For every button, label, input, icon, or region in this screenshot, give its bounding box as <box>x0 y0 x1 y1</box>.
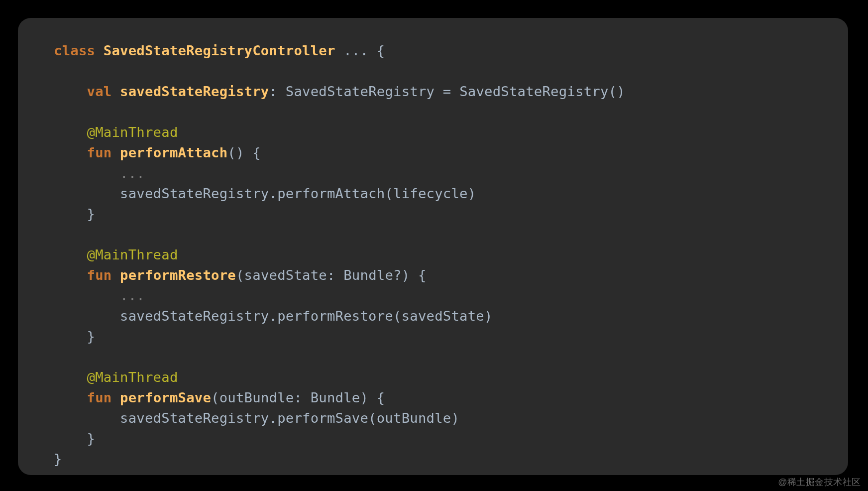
keyword-class: class <box>54 43 95 58</box>
property-name: savedStateRegistry <box>120 84 269 99</box>
keyword-fun: fun <box>87 145 112 160</box>
body-ellipsis: ... <box>120 288 145 303</box>
code-panel: class SavedStateRegistryController ... {… <box>18 18 848 475</box>
annotation: @MainThread <box>87 124 178 140</box>
annotation: @MainThread <box>87 247 178 262</box>
constructor-call: SavedStateRegistry() <box>459 84 625 99</box>
body-ellipsis: ... <box>120 165 145 181</box>
call-performRestore: savedStateRegistry.performRestore(savedS… <box>120 308 493 324</box>
open-brace: { <box>377 43 385 58</box>
fun-performRestore: performRestore <box>120 267 236 283</box>
property-type: SavedStateRegistry <box>286 84 434 99</box>
watermark-text: @稀土掘金技术社区 <box>778 476 861 488</box>
keyword-val: val <box>87 84 112 99</box>
annotation: @MainThread <box>87 369 178 385</box>
call-performAttach: savedStateRegistry.performAttach(lifecyc… <box>120 186 476 201</box>
fun-performSave: performSave <box>120 390 211 405</box>
class-name: SavedStateRegistryController <box>104 43 335 58</box>
keyword-fun: fun <box>87 267 112 283</box>
call-performSave: savedStateRegistry.performSave(outBundle… <box>120 410 459 426</box>
fun-performAttach: performAttach <box>120 145 227 160</box>
keyword-fun: fun <box>87 390 112 405</box>
code-block: class SavedStateRegistryController ... {… <box>54 40 848 469</box>
ellipsis: ... <box>335 43 377 58</box>
class-close-brace: } <box>54 451 62 467</box>
